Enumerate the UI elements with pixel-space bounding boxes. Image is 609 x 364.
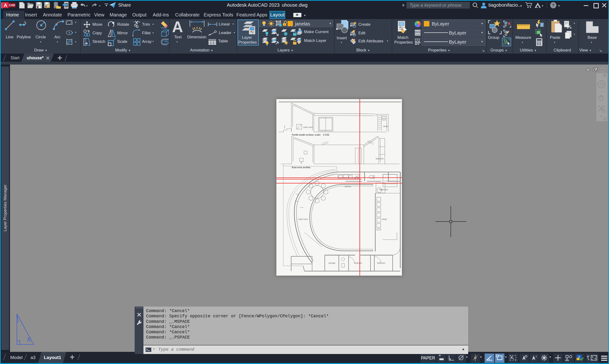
svg-text:2D: 2D [603,86,607,89]
svg-text:study: study [382,218,387,220]
svg-text:bedroom: bedroom [354,262,362,264]
svg-text:CAD: CAD [9,4,15,7]
svg-text:?: ? [552,3,555,8]
svg-text:bathroom: bathroom [379,188,388,191]
svg-text:bedroom: bedroom [376,157,384,160]
svg-text:storage: storage [329,262,336,264]
svg-text:main room: main room [303,126,313,128]
svg-text:kitchen: kitchen [345,185,351,188]
svg-text:bedroom: bedroom [377,262,385,264]
svg-text:study: study [383,125,388,128]
svg-text:A: A [4,3,7,8]
svg-text:main room: main room [298,218,308,220]
svg-text:North-south section; scale:: North-south section; scale: 1/150. [291,133,330,136]
svg-text:East-west section.: East-west section. [291,166,311,169]
